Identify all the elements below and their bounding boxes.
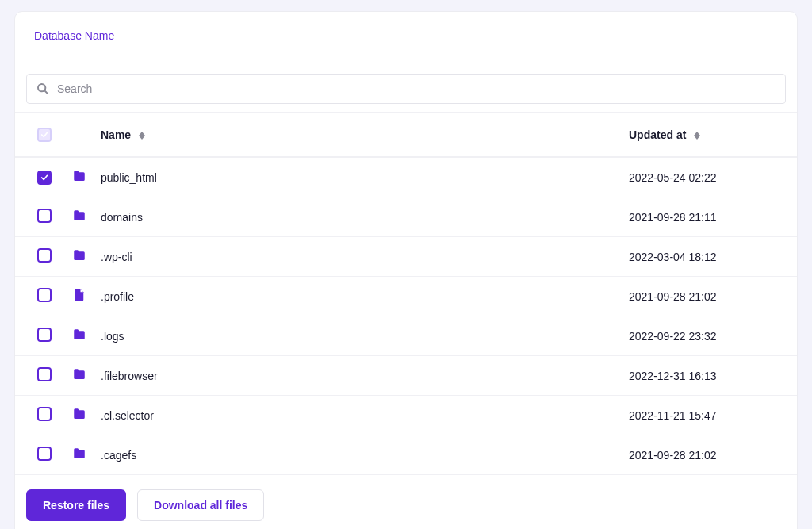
row-updated: 2022-03-04 18:12 bbox=[622, 237, 797, 277]
download-all-button[interactable]: Download all files bbox=[137, 489, 264, 521]
row-name[interactable]: .logs bbox=[94, 316, 622, 356]
folder-icon bbox=[72, 328, 86, 342]
column-header-name[interactable]: Name bbox=[94, 113, 622, 157]
row-updated: 2022-12-31 16:13 bbox=[622, 356, 797, 396]
sort-icon bbox=[139, 132, 145, 140]
row-type-icon-cell bbox=[66, 396, 94, 435]
folder-icon bbox=[72, 407, 86, 421]
table-row[interactable]: .profile2021-09-28 21:02 bbox=[15, 277, 797, 316]
folder-icon bbox=[72, 209, 86, 223]
row-updated: 2022-09-22 23:32 bbox=[622, 316, 797, 356]
restore-files-button[interactable]: Restore files bbox=[26, 489, 126, 521]
row-type-icon-cell bbox=[66, 277, 94, 316]
table-header-row: Name Updated at bbox=[15, 113, 797, 157]
row-name[interactable]: domains bbox=[94, 197, 622, 237]
row-checkbox[interactable] bbox=[37, 209, 52, 223]
row-checkbox[interactable] bbox=[37, 447, 52, 461]
row-checkbox[interactable] bbox=[37, 367, 52, 381]
row-type-icon-cell bbox=[66, 237, 94, 277]
svg-marker-5 bbox=[694, 136, 700, 140]
row-name[interactable]: .cl.selector bbox=[94, 396, 622, 435]
folder-icon bbox=[72, 447, 86, 461]
footer-actions: Restore files Download all files bbox=[15, 475, 797, 529]
row-checkbox[interactable] bbox=[37, 328, 52, 342]
row-name[interactable]: .wp-cli bbox=[94, 237, 622, 277]
row-updated: 2022-11-21 15:47 bbox=[622, 396, 797, 435]
checkmark-icon bbox=[40, 174, 48, 182]
row-type-icon-cell bbox=[66, 356, 94, 396]
main-panel: Database Name Name bbox=[14, 11, 798, 529]
row-name[interactable]: public_html bbox=[94, 157, 622, 197]
folder-icon bbox=[72, 248, 86, 263]
svg-line-1 bbox=[44, 90, 47, 93]
folder-icon bbox=[72, 169, 86, 183]
table-row[interactable]: .wp-cli2022-03-04 18:12 bbox=[15, 237, 797, 277]
row-checkbox[interactable] bbox=[37, 171, 52, 185]
row-name[interactable]: .filebrowser bbox=[94, 356, 622, 396]
table-row[interactable]: .logs2022-09-22 23:32 bbox=[15, 316, 797, 356]
search-box[interactable] bbox=[26, 74, 786, 104]
row-updated: 2021-09-28 21:02 bbox=[622, 435, 797, 475]
row-updated: 2021-09-28 21:02 bbox=[622, 277, 797, 316]
select-all-checkbox[interactable] bbox=[37, 128, 52, 142]
row-checkbox[interactable] bbox=[37, 248, 52, 263]
table-row[interactable]: .cagefs2021-09-28 21:02 bbox=[15, 435, 797, 475]
row-name[interactable]: .profile bbox=[94, 277, 622, 316]
table-row[interactable]: .filebrowser2022-12-31 16:13 bbox=[15, 356, 797, 396]
row-name[interactable]: .cagefs bbox=[94, 435, 622, 475]
column-header-updated[interactable]: Updated at bbox=[622, 113, 797, 157]
row-updated: 2022-05-24 02:22 bbox=[622, 157, 797, 197]
checkmark-icon bbox=[40, 131, 48, 139]
tab-database-name[interactable]: Database Name bbox=[34, 25, 114, 47]
row-updated: 2021-09-28 21:11 bbox=[622, 197, 797, 237]
table-row[interactable]: domains2021-09-28 21:11 bbox=[15, 197, 797, 237]
search-section bbox=[15, 59, 797, 113]
tab-bar: Database Name bbox=[15, 12, 797, 59]
svg-marker-3 bbox=[139, 136, 145, 140]
table-row[interactable]: public_html2022-05-24 02:22 bbox=[15, 157, 797, 197]
row-checkbox[interactable] bbox=[37, 407, 52, 421]
sort-icon bbox=[694, 132, 700, 140]
column-header-updated-label: Updated at bbox=[629, 128, 686, 141]
row-type-icon-cell bbox=[66, 197, 94, 237]
row-checkbox[interactable] bbox=[37, 288, 52, 302]
row-type-icon-cell bbox=[66, 316, 94, 356]
table-row[interactable]: .cl.selector2022-11-21 15:47 bbox=[15, 396, 797, 435]
column-header-name-label: Name bbox=[101, 128, 131, 141]
row-type-icon-cell bbox=[66, 435, 94, 475]
row-type-icon-cell bbox=[66, 157, 94, 197]
file-icon bbox=[72, 288, 86, 302]
search-input[interactable] bbox=[57, 82, 776, 95]
file-table: Name Updated at public_html2022-05-24 02… bbox=[15, 113, 797, 475]
search-icon bbox=[36, 82, 49, 95]
folder-icon bbox=[72, 367, 86, 381]
